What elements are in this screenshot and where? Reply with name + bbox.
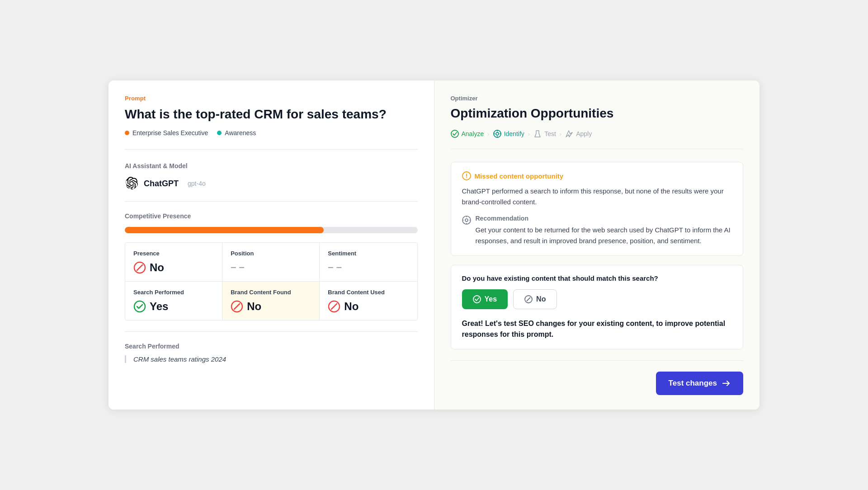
no-icon-brand-found — [231, 300, 243, 313]
recommendation-icon — [462, 216, 471, 225]
svg-point-18 — [465, 219, 468, 221]
svg-point-16 — [466, 177, 467, 178]
recommendation-row: Recommendation Get your content to be re… — [462, 215, 732, 246]
step-analyze-label: Analyze — [462, 130, 484, 137]
right-panel: Optimizer Optimization Opportunities Ana… — [434, 80, 760, 410]
ai-section-title: AI Assistant & Model — [125, 162, 418, 170]
yn-row: Yes No — [462, 289, 732, 309]
svg-point-7 — [451, 130, 458, 137]
chevron-1: › — [487, 131, 489, 137]
svg-line-25 — [527, 298, 530, 301]
ai-section: AI Assistant & Model ChatGPT gpt-4o — [125, 162, 418, 202]
prompt-label: Prompt — [125, 95, 418, 102]
recommendation-content: Recommendation Get your content to be re… — [476, 215, 732, 246]
recommendation-text: Get your content to be returned for the … — [476, 225, 732, 246]
progress-bar-fill — [125, 227, 324, 233]
tag-awareness: Awareness — [217, 129, 256, 137]
optimizer-title: Optimization Opportunities — [451, 106, 744, 121]
prompt-title: What is the top-rated CRM for sales team… — [125, 106, 418, 122]
yes-icon-search — [133, 300, 146, 313]
steps-row: Analyze › Identify › — [451, 130, 744, 149]
no-circle-icon — [524, 295, 533, 303]
search-query: CRM sales teams ratings 2024 — [125, 355, 418, 363]
warning-icon — [462, 171, 471, 180]
bottom-bar: Test changes — [451, 360, 744, 395]
no-button[interactable]: No — [513, 289, 557, 309]
ai-model-row: ChatGPT gpt-4o — [125, 177, 418, 190]
opportunity-header: Missed content opportunity — [462, 171, 732, 180]
metrics-grid: Presence No Position – – — [125, 242, 418, 320]
chatgpt-icon — [125, 177, 138, 190]
tag-dot-orange — [125, 131, 129, 135]
metric-sentiment-label: Sentiment — [328, 250, 409, 257]
svg-point-2 — [134, 301, 145, 312]
chevron-3: › — [560, 131, 561, 137]
question-block: Do you have existing content that should… — [451, 265, 744, 349]
no-icon-brand-used — [328, 300, 340, 313]
test-icon — [533, 130, 542, 138]
metric-brand-found-value: No — [231, 300, 311, 313]
tag-enterprise-label: Enterprise Sales Executive — [132, 129, 208, 137]
metric-brand-used-value: No — [328, 300, 409, 313]
step-analyze[interactable]: Analyze — [451, 130, 484, 138]
ai-name: ChatGPT — [144, 179, 179, 188]
step-apply[interactable]: Apply — [565, 130, 592, 138]
metric-brand-content-found: Brand Content Found No — [222, 282, 320, 320]
svg-point-9 — [496, 132, 499, 135]
identify-icon — [493, 130, 501, 138]
svg-line-6 — [331, 304, 337, 309]
step-identify-label: Identify — [504, 130, 524, 137]
no-button-label: No — [536, 295, 546, 303]
optimizer-label: Optimizer — [451, 95, 744, 102]
ai-version: gpt-4o — [188, 180, 206, 187]
arrow-right-icon — [722, 379, 731, 388]
metric-search-performed: Search Performed Yes — [125, 282, 222, 320]
step-test-label: Test — [544, 130, 556, 137]
no-icon-presence — [133, 261, 146, 274]
step-apply-label: Apply — [576, 130, 592, 137]
presence-section-title: Competitive Presence — [125, 212, 418, 220]
metric-sentiment: Sentiment – – — [320, 243, 417, 282]
yes-button[interactable]: Yes — [462, 289, 508, 309]
yes-button-label: Yes — [485, 295, 497, 303]
presence-section: Competitive Presence Presence No — [125, 212, 418, 332]
search-section-label: Search Performed — [125, 343, 418, 350]
metric-presence-value: No — [133, 261, 214, 274]
svg-line-1 — [137, 265, 142, 270]
metric-position-label: Position — [231, 250, 311, 257]
question-text: Do you have existing content that should… — [462, 274, 732, 282]
metric-search-label: Search Performed — [133, 289, 214, 296]
tag-awareness-label: Awareness — [225, 129, 256, 137]
metric-brand-content-used: Brand Content Used No — [320, 282, 417, 320]
metric-presence-label: Presence — [133, 250, 214, 257]
recommendation-label: Recommendation — [476, 215, 732, 222]
test-changes-label: Test changes — [669, 379, 717, 388]
metric-sentiment-value: – – — [328, 261, 409, 273]
left-panel: Prompt What is the top-rated CRM for sal… — [108, 80, 434, 410]
metric-presence: Presence No — [125, 243, 222, 282]
step-identify[interactable]: Identify — [493, 130, 524, 138]
tag-dot-teal — [217, 131, 222, 135]
step-test[interactable]: Test — [533, 130, 556, 138]
chevron-2: › — [528, 131, 530, 137]
search-section: Search Performed CRM sales teams ratings… — [125, 343, 418, 363]
metric-brand-found-label: Brand Content Found — [231, 289, 311, 296]
metric-search-value: Yes — [133, 300, 214, 313]
apply-icon — [565, 130, 573, 138]
metric-brand-used-label: Brand Content Used — [328, 289, 409, 296]
analyze-check-icon — [451, 130, 459, 138]
yes-check-icon — [473, 295, 481, 303]
test-changes-button[interactable]: Test changes — [656, 372, 743, 395]
metric-position-value: – – — [231, 261, 311, 273]
tags-row: Enterprise Sales Executive Awareness — [125, 129, 418, 150]
metric-position: Position – – — [222, 243, 320, 282]
opportunity-title: Missed content opportunity — [475, 172, 564, 180]
svg-point-23 — [473, 296, 481, 303]
progress-bar-wrap — [125, 227, 418, 233]
opportunity-block: Missed content opportunity ChatGPT perfo… — [451, 162, 744, 256]
tag-enterprise: Enterprise Sales Executive — [125, 129, 208, 137]
svg-line-4 — [234, 304, 240, 309]
opportunity-text: ChatGPT performed a search to inform thi… — [462, 186, 732, 207]
result-text: Great! Let's test SEO changes for your e… — [462, 318, 732, 340]
